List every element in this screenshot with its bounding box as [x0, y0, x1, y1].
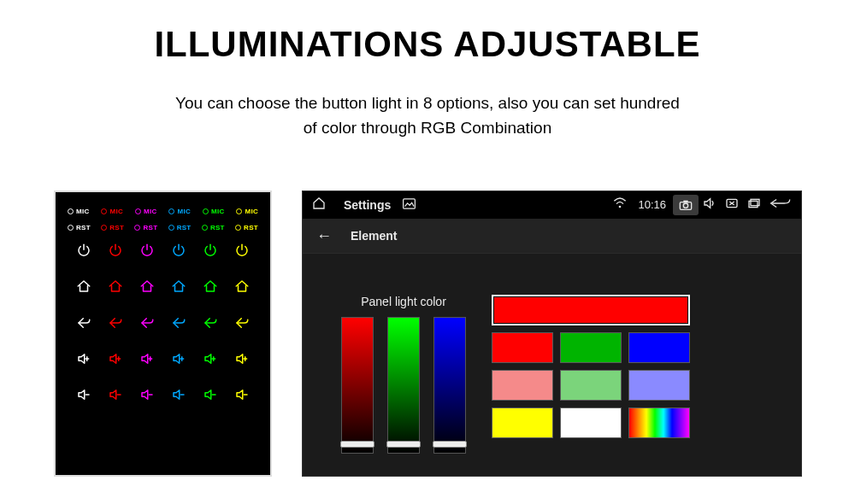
color-swatch[interactable]: [560, 332, 622, 363]
vol-down-icon: [203, 387, 218, 406]
rst-label: RST: [168, 224, 192, 231]
rgb-sliders: Panel light color: [341, 295, 466, 454]
back-arrow-icon[interactable]: ←: [316, 227, 332, 245]
back-system-icon[interactable]: [765, 197, 794, 212]
mic-label: MIC: [236, 208, 258, 215]
mic-label: MIC: [101, 208, 123, 215]
vol-down-icon: [108, 387, 123, 406]
sliders-label: Panel light color: [361, 295, 446, 308]
home-icon[interactable]: [310, 196, 328, 213]
color-swatch[interactable]: [560, 407, 622, 438]
home-icon: [139, 278, 155, 297]
settings-subbar: ← Element: [303, 220, 801, 254]
back-icon: [203, 315, 218, 334]
rst-label: RST: [202, 224, 225, 231]
mic-text: MIC: [76, 208, 90, 215]
volume-icon[interactable]: [699, 197, 721, 212]
mic-text: MIC: [144, 208, 157, 215]
power-icon: [76, 243, 91, 261]
wallpaper-icon[interactable]: [403, 198, 416, 212]
svg-rect-4: [683, 200, 687, 202]
rst-text: RST: [143, 224, 157, 231]
back-icon: [139, 315, 155, 334]
rst-text: RST: [109, 224, 124, 231]
power-icon: [171, 243, 186, 261]
mic-label: MIC: [168, 208, 191, 215]
subtitle-line-1: You can choose the button light in 8 opt…: [175, 94, 680, 112]
slider-red[interactable]: [341, 317, 374, 454]
statusbar-title: Settings: [344, 198, 391, 212]
power-icon: [139, 243, 155, 261]
button-light-panel: MICMICMICMICMICMIC RSTRSTRSTRSTRSTRST: [54, 190, 272, 477]
vol-down-icon: [139, 387, 155, 406]
power-icon: [203, 243, 218, 261]
home-icon: [234, 278, 250, 297]
power-icon: [234, 243, 250, 261]
camera-icon[interactable]: [673, 195, 699, 215]
slider-blue[interactable]: [433, 317, 466, 454]
mic-text: MIC: [211, 208, 225, 215]
color-swatch[interactable]: [628, 407, 690, 438]
mic-label: MIC: [68, 208, 90, 215]
mic-text: MIC: [109, 208, 123, 215]
page-subtitle: You can choose the button light in 8 opt…: [0, 91, 855, 141]
rst-text: RST: [210, 224, 225, 231]
back-icon: [234, 315, 250, 334]
vol-up-icon: [139, 351, 155, 370]
back-icon: [171, 315, 186, 334]
color-swatch[interactable]: [628, 332, 690, 363]
vol-up-icon: [203, 351, 218, 370]
vol-up-icon: [234, 351, 250, 370]
svg-point-3: [683, 203, 687, 208]
svg-rect-0: [404, 199, 416, 208]
back-icon: [76, 315, 91, 334]
slider-thumb[interactable]: [386, 441, 421, 448]
rst-text: RST: [177, 224, 192, 231]
slider-green[interactable]: [387, 317, 420, 454]
clock-text: 10:16: [638, 198, 666, 211]
vol-down-icon: [171, 387, 186, 406]
wifi-icon[interactable]: [609, 197, 631, 212]
back-icon: [108, 315, 123, 334]
mic-label: MIC: [135, 208, 157, 215]
rst-label: RST: [134, 224, 157, 231]
home-icon: [108, 278, 123, 297]
mic-text: MIC: [177, 208, 191, 215]
color-swatch[interactable]: [492, 332, 553, 363]
color-swatch[interactable]: [560, 370, 622, 401]
section-title: Element: [351, 229, 397, 243]
home-icon: [76, 278, 91, 297]
color-swatch-grid: [492, 295, 690, 454]
rst-label: RST: [235, 224, 258, 231]
vol-up-icon: [108, 351, 123, 370]
color-swatch[interactable]: [492, 295, 690, 325]
mic-text: MIC: [245, 208, 258, 215]
slider-thumb[interactable]: [433, 441, 467, 448]
color-swatch[interactable]: [492, 407, 553, 438]
settings-screen: Settings 10:16: [302, 190, 802, 477]
power-icon: [108, 243, 123, 261]
home-icon: [203, 278, 218, 297]
rst-label: RST: [68, 224, 91, 231]
svg-point-1: [619, 206, 622, 208]
vol-down-icon: [234, 387, 250, 406]
color-swatch[interactable]: [492, 370, 553, 401]
mic-label: MIC: [203, 208, 225, 215]
slider-thumb[interactable]: [340, 441, 374, 448]
subtitle-line-2: of color through RGB Combination: [304, 119, 551, 137]
color-swatch[interactable]: [628, 370, 690, 401]
rst-text: RST: [244, 224, 258, 231]
close-app-icon[interactable]: [721, 197, 743, 212]
recent-apps-icon[interactable]: [743, 197, 765, 212]
status-bar: Settings 10:16: [303, 191, 801, 220]
vol-down-icon: [76, 387, 91, 406]
vol-up-icon: [76, 351, 91, 370]
rst-label: RST: [101, 224, 124, 231]
home-icon: [171, 278, 186, 297]
page-title: ILLUMINATIONS ADJUSTABLE: [0, 24, 855, 65]
rst-text: RST: [76, 224, 91, 231]
vol-up-icon: [171, 351, 186, 370]
